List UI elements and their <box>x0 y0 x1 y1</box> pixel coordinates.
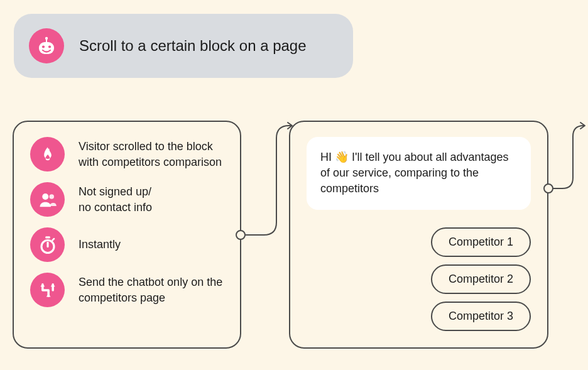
wave-icon: 👋 <box>335 151 349 163</box>
competitor-option-1[interactable]: Competitor 1 <box>431 227 531 257</box>
chat-message: HI 👋 I'll tell you about all advantages … <box>307 137 531 210</box>
trigger-row: Not signed up/ no contact info <box>30 182 224 217</box>
connector-node <box>543 183 553 193</box>
chat-card: HI 👋 I'll tell you about all advantages … <box>289 121 548 349</box>
svg-point-6 <box>49 194 54 199</box>
trigger-text: Not signed up/ no contact info <box>79 184 152 215</box>
svg-line-10 <box>52 239 54 241</box>
competitor-option-2[interactable]: Competitor 2 <box>431 264 531 294</box>
trigger-text: Send the chatbot only on the competitors… <box>79 275 224 305</box>
competitor-option-3[interactable]: Competitor 3 <box>431 302 531 331</box>
connector-arrow <box>550 119 588 195</box>
svg-point-3 <box>42 45 45 48</box>
svg-point-4 <box>48 45 51 48</box>
svg-point-5 <box>42 193 48 200</box>
trigger-row: Instantly <box>30 227 224 262</box>
svg-point-0 <box>45 37 48 40</box>
chat-text-pre: HI <box>320 151 335 163</box>
connector-node <box>236 230 246 240</box>
trigger-row: Visitor scrolled to the block with compe… <box>30 137 224 171</box>
svg-rect-7 <box>45 236 50 238</box>
trigger-text: Visitor scrolled to the block with compe… <box>79 139 224 170</box>
chat-text-post: I'll tell you about all advantages of ou… <box>320 151 509 195</box>
bot-icon <box>29 28 64 63</box>
stopwatch-icon <box>30 227 65 262</box>
triggers-card: Visitor scrolled to the block with compe… <box>13 121 241 349</box>
chat-options: Competitor 1 Competitor 2 Competitor 3 <box>307 227 531 331</box>
trigger-text: Instantly <box>79 237 121 252</box>
fire-icon <box>30 137 65 171</box>
trigger-row: Send the chatbot only on the competitors… <box>30 273 224 307</box>
route-icon <box>30 273 65 307</box>
header-banner: Scroll to a certain block on a page <box>14 14 353 78</box>
users-icon <box>30 182 65 217</box>
header-title: Scroll to a certain block on a page <box>79 37 307 55</box>
